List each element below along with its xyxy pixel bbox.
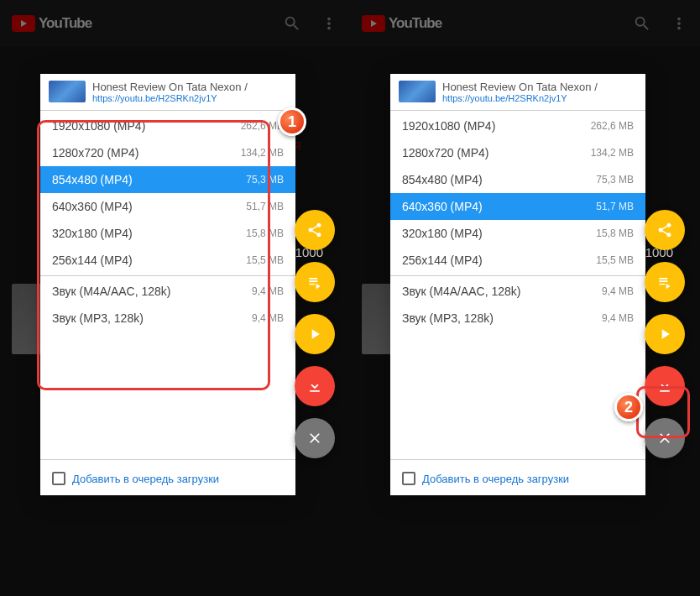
download-modal: Honest Review On Tata Nexon / https://yo… (390, 74, 645, 495)
format-name: Звук (M4A/AAC, 128k) (52, 285, 171, 298)
queue-checkbox[interactable] (402, 472, 415, 485)
format-name: 640x360 (MP4) (402, 200, 483, 213)
screenshot-left: YouTube 1000 ПОДПИСАТЬСЯ Suzuki Mercedes… (0, 0, 350, 596)
format-row[interactable]: 640x360 (MP4)51,7 MB (390, 193, 645, 220)
format-name: 1920x1080 (MP4) (52, 119, 145, 133)
format-size: 51,7 MB (596, 201, 634, 212)
video-title: Honest Review On Tata Nexon / (92, 81, 287, 93)
video-title: Honest Review On Tata Nexon / (442, 81, 637, 93)
queue-label[interactable]: Добавить в очередь загрузки (422, 473, 569, 485)
step-badge-2: 2 (614, 393, 643, 421)
format-name: Звук (MP3, 128k) (52, 311, 144, 325)
format-row[interactable]: Звук (M4A/AAC, 128k)9,4 MB (40, 278, 295, 305)
format-row[interactable]: 256x144 (MP4)15,5 MB (390, 247, 645, 274)
download-fab[interactable] (645, 366, 685, 406)
format-row[interactable]: Звук (M4A/AAC, 128k)9,4 MB (390, 278, 645, 305)
format-size: 134,2 MB (241, 147, 284, 159)
close-fab[interactable] (295, 418, 335, 458)
download-modal: Honest Review On Tata Nexon / https://yo… (40, 74, 295, 495)
format-row[interactable]: Звук (MP3, 128k)9,4 MB (390, 305, 645, 332)
format-name: 256x144 (MP4) (402, 254, 483, 267)
format-size: 262,6 MB (591, 120, 634, 132)
format-name: Звук (M4A/AAC, 128k) (402, 285, 521, 298)
playlist-fab[interactable] (645, 262, 685, 302)
format-name: 320x180 (MP4) (402, 227, 483, 240)
audio-list-left: Звук (M4A/AAC, 128k)9,4 MBЗвук (MP3, 128… (40, 278, 295, 332)
queue-checkbox[interactable] (52, 472, 65, 485)
format-row[interactable]: Звук (MP3, 128k)9,4 MB (40, 305, 295, 332)
format-size: 51,7 MB (246, 201, 284, 212)
format-name: 1280x720 (MP4) (402, 146, 489, 159)
format-size: 9,4 MB (602, 285, 634, 297)
video-thumbnail (399, 81, 436, 102)
share-fab[interactable] (295, 210, 335, 250)
share-fab[interactable] (645, 210, 685, 250)
close-fab[interactable] (645, 418, 685, 458)
format-name: 854x480 (MP4) (402, 173, 483, 186)
format-size: 9,4 MB (602, 312, 634, 324)
format-name: Звук (MP3, 128k) (402, 311, 494, 325)
format-size: 9,4 MB (252, 312, 284, 324)
format-row[interactable]: 1920x1080 (MP4)262,6 MB (390, 112, 645, 139)
format-row[interactable]: 1280x720 (MP4)134,2 MB (390, 139, 645, 166)
format-size: 75,3 MB (596, 174, 634, 186)
format-name: 1280x720 (MP4) (52, 146, 139, 159)
format-size: 15,8 MB (596, 227, 634, 239)
video-url[interactable]: https://youtu.be/H2SRKn2jv1Y (442, 93, 637, 103)
format-row[interactable]: 256x144 (MP4)15,5 MB (40, 247, 295, 274)
step-badge-1: 1 (278, 107, 306, 136)
format-name: 640x360 (MP4) (52, 200, 133, 213)
format-size: 15,5 MB (246, 254, 284, 266)
format-name: 256x144 (MP4) (52, 254, 133, 267)
format-list-right: 1920x1080 (MP4)262,6 MB1280x720 (MP4)134… (390, 112, 645, 274)
format-row[interactable]: 854x480 (MP4)75,3 MB (40, 166, 295, 193)
format-size: 9,4 MB (252, 285, 284, 297)
fab-column (295, 210, 335, 458)
video-url[interactable]: https://youtu.be/H2SRKn2jv1Y (92, 93, 287, 103)
audio-list-right: Звук (M4A/AAC, 128k)9,4 MBЗвук (MP3, 128… (390, 278, 645, 332)
format-name: 1920x1080 (MP4) (402, 119, 495, 133)
format-size: 15,8 MB (246, 227, 284, 239)
format-list-left: 1920x1080 (MP4)262,6 MB1280x720 (MP4)134… (40, 112, 295, 274)
format-row[interactable]: 320x180 (MP4)15,8 MB (390, 220, 645, 247)
format-row[interactable]: 640x360 (MP4)51,7 MB (40, 193, 295, 220)
download-fab[interactable] (295, 366, 335, 406)
fab-column (645, 210, 685, 458)
play-fab[interactable] (295, 314, 335, 354)
play-fab[interactable] (645, 314, 685, 354)
video-thumbnail (49, 81, 86, 102)
format-size: 15,5 MB (596, 254, 634, 266)
format-row[interactable]: 854x480 (MP4)75,3 MB (390, 166, 645, 193)
format-name: 854x480 (MP4) (52, 173, 133, 186)
format-row[interactable]: 1920x1080 (MP4)262,6 MB (40, 112, 295, 139)
screenshot-right: YouTube 1000 ПОДПИСАТЬСЯ Suzuki Mercedes… (350, 0, 700, 596)
format-row[interactable]: 320x180 (MP4)15,8 MB (40, 220, 295, 247)
format-name: 320x180 (MP4) (52, 227, 133, 240)
queue-label[interactable]: Добавить в очередь загрузки (72, 473, 219, 485)
format-size: 134,2 MB (591, 147, 634, 159)
format-size: 75,3 MB (246, 174, 284, 186)
format-row[interactable]: 1280x720 (MP4)134,2 MB (40, 139, 295, 166)
playlist-fab[interactable] (295, 262, 335, 302)
